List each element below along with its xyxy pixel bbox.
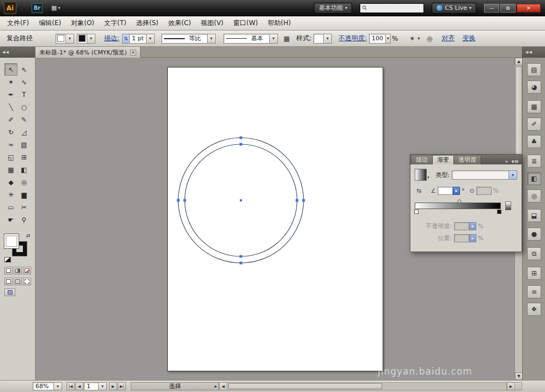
stop-location-dropdown-icon[interactable]: ▸ — [469, 234, 476, 242]
aspect-ratio-field[interactable] — [476, 187, 492, 195]
status-display[interactable]: 选择 ▸ — [131, 382, 219, 390]
artboards-panel-icon[interactable]: ⬓ — [527, 209, 541, 222]
width-profile-combo[interactable]: 等比 ▾ — [161, 34, 216, 44]
anchor-points[interactable] — [177, 137, 305, 265]
stop-opacity-field[interactable] — [454, 222, 469, 230]
transparency-panel-icon[interactable]: ◎ — [527, 189, 541, 203]
menu-object[interactable]: 对象(O) — [66, 16, 99, 30]
stop-opacity-dropdown-icon[interactable]: ▸ — [469, 222, 476, 230]
tool-gradient[interactable]: ◧ — [17, 163, 31, 176]
tab-gradient[interactable]: 渐变 — [433, 156, 454, 164]
menu-file[interactable]: 文件(F) — [2, 16, 34, 30]
tab-stroke[interactable]: 描边 — [411, 156, 433, 164]
pathfinder-panel-icon[interactable]: ❖ — [527, 303, 541, 316]
artboard-number-combo[interactable]: 1 ▾ — [84, 382, 107, 390]
tool-pencil[interactable]: ✎ — [17, 113, 31, 126]
app-icon[interactable]: Ai — [4, 2, 16, 14]
default-fill-stroke-icon[interactable] — [4, 257, 11, 262]
tool-artboard[interactable]: ▭ — [4, 201, 17, 213]
symbol-options-icon[interactable]: ▦ — [281, 34, 292, 44]
transform-panel-link[interactable]: 变换 — [462, 34, 475, 43]
gradient-midpoint-handle[interactable] — [457, 199, 462, 204]
align-panel-link[interactable]: 对齐 — [441, 34, 455, 43]
tool-rotate[interactable]: ↻ — [4, 126, 17, 138]
prev-artboard-button[interactable]: ◀ — [75, 382, 83, 390]
tool-paintbrush[interactable]: ✐ — [4, 113, 17, 126]
stroke-color-combo[interactable]: ▾ — [77, 34, 95, 44]
zoom-combo[interactable]: 68% ▾ — [33, 382, 62, 390]
tool-eyedropper[interactable]: ◆ — [4, 176, 17, 188]
panel-menu-icon[interactable]: ▾≡ — [512, 158, 519, 164]
swap-fill-stroke-icon[interactable]: ⇄ — [26, 233, 31, 238]
tool-column-graph[interactable]: ▆ — [17, 188, 31, 201]
gradient-stop-black[interactable] — [497, 210, 501, 214]
dock-collapse-header[interactable]: ◀◀ — [522, 47, 545, 58]
reverse-gradient-icon[interactable]: ⇆ — [416, 187, 421, 194]
color-panel-icon[interactable]: ▤ — [527, 63, 541, 76]
tool-direct-selection[interactable]: ⇖ — [17, 63, 31, 76]
layers-panel-icon[interactable]: ⧉ — [527, 247, 541, 260]
draw-inside-button[interactable] — [23, 278, 31, 285]
angle-dropdown-icon[interactable]: ▸ — [453, 187, 460, 195]
color-button[interactable] — [4, 267, 13, 274]
tool-width[interactable]: ≈ — [4, 138, 17, 151]
tool-perspective-grid[interactable]: ⊞ — [17, 151, 31, 163]
close-document-icon[interactable]: ✕ — [130, 50, 136, 56]
menu-view[interactable]: 视图(V) — [196, 16, 228, 30]
color-guide-panel-icon[interactable]: ◕ — [527, 81, 541, 94]
tool-selection[interactable]: ↖ — [4, 63, 17, 76]
brush-definition-combo[interactable]: 基本 ▾ — [223, 34, 278, 44]
stroke-weight-combo[interactable]: ⇅ 1 pt ▾ — [122, 34, 155, 44]
tool-line-segment[interactable]: ╲ — [4, 101, 17, 113]
draw-normal-button[interactable] — [4, 278, 13, 285]
fill-color-combo[interactable]: ▾ — [56, 34, 74, 44]
tool-type[interactable]: T — [17, 88, 31, 101]
gradient-button[interactable] — [14, 267, 22, 274]
workspace-switcher[interactable]: 基本功能 ▾ — [314, 3, 352, 14]
last-artboard-button[interactable]: ▶| — [118, 382, 126, 390]
draw-behind-button[interactable] — [14, 278, 22, 285]
menu-effect[interactable]: 效果(C) — [164, 16, 196, 30]
cs-live-button[interactable]: CS Live ▾ — [432, 3, 476, 14]
color-wheel-icon[interactable]: ◎ — [424, 34, 435, 44]
fill-swatch[interactable] — [4, 234, 19, 248]
gradient-thumbnail[interactable] — [415, 169, 427, 181]
none-button[interactable] — [23, 267, 31, 274]
gradient-presets-dropdown-icon[interactable]: ▾ — [427, 175, 429, 180]
tool-mesh[interactable]: ▦ — [4, 163, 17, 176]
scroll-up-button[interactable]: ▲ — [515, 58, 523, 65]
swatches-panel-icon[interactable]: ▦ — [527, 100, 541, 113]
scroll-left-button[interactable]: ◀ — [219, 382, 227, 390]
gradient-panel-icon[interactable]: ◧ — [527, 172, 541, 185]
tool-ellipse[interactable]: ○ — [17, 101, 31, 113]
tool-symbol-sprayer[interactable]: ✳ — [4, 188, 17, 201]
tool-lasso[interactable]: ∿ — [17, 76, 31, 88]
gradient-type-select[interactable]: ▾ — [452, 170, 517, 180]
tool-scale[interactable]: ◿ — [17, 126, 31, 138]
status-menu-icon[interactable]: ▸ — [215, 384, 217, 389]
appearance-panel-icon[interactable]: ● — [527, 228, 541, 241]
tab-transparency[interactable]: 透明度 — [454, 156, 481, 164]
opacity-combo[interactable]: 100 ▾ — [369, 34, 391, 44]
stroke-panel-link[interactable]: 描边: — [104, 34, 119, 43]
tool-magic-wand[interactable]: ✶ — [4, 76, 17, 88]
tool-shape-builder[interactable]: ◱ — [4, 151, 17, 163]
bridge-icon[interactable]: Br — [32, 3, 43, 13]
spinner-icon[interactable]: ⇅ — [123, 34, 130, 43]
toolbar-collapse-header[interactable]: ◀◀ — [0, 47, 35, 58]
document-tab[interactable]: 未标题-1* @ 68% (CMYK/预览) ✕ — [35, 47, 141, 58]
menu-window[interactable]: 窗口(W) — [228, 16, 263, 30]
stroke-panel-icon[interactable]: ≣ — [527, 155, 541, 168]
scroll-down-button[interactable]: ▼ — [515, 372, 523, 380]
close-button[interactable]: ✕ — [517, 4, 541, 13]
next-artboard-button[interactable]: ▶ — [109, 382, 117, 390]
recolor-artwork-icon[interactable]: ✶ — [407, 34, 417, 44]
symbols-panel-icon[interactable]: ♣ — [527, 135, 541, 148]
menu-type[interactable]: 文字(T) — [99, 16, 131, 30]
gradient-slider[interactable] — [415, 203, 501, 209]
align-panel-icon[interactable]: ≡ — [527, 285, 541, 298]
first-artboard-button[interactable]: |◀ — [66, 382, 75, 390]
search-input[interactable] — [369, 5, 418, 11]
tool-zoom[interactable]: ⚲ — [17, 213, 31, 226]
panel-collapse-icon[interactable]: » — [505, 158, 508, 164]
